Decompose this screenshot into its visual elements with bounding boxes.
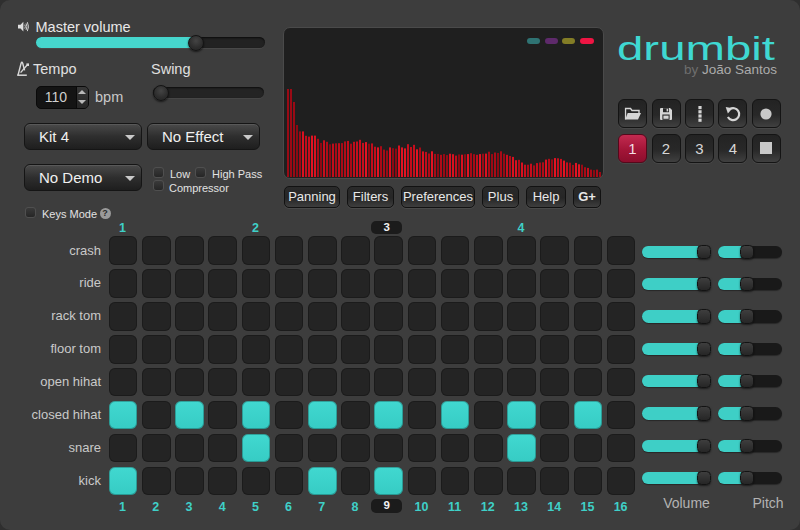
svg-text:drumbit: drumbit	[617, 29, 776, 65]
